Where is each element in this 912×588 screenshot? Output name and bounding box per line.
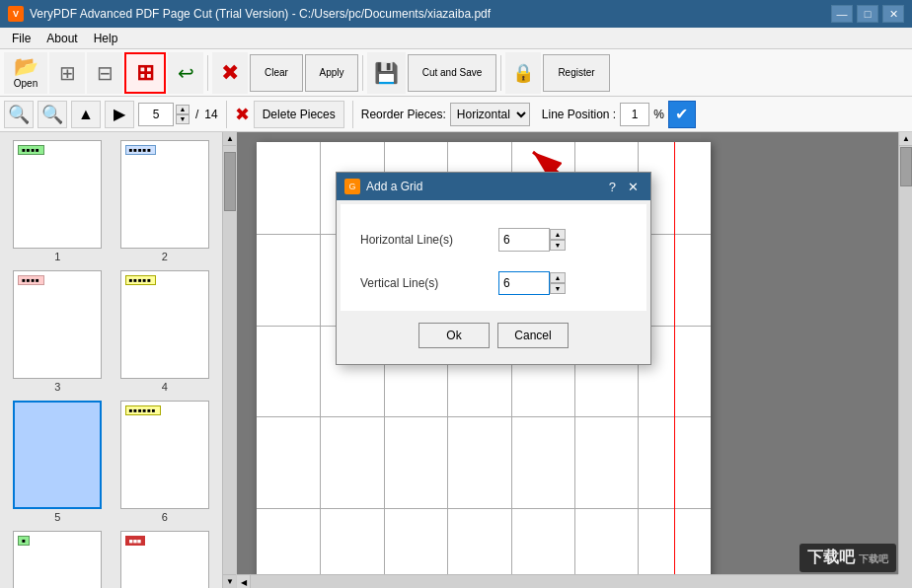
save-icon-btn[interactable]: 💾 <box>367 52 406 94</box>
thumbnail-3[interactable]: ■■■■ 3 <box>8 270 108 393</box>
vertical-spin-btns: ▲ ▼ <box>550 272 566 294</box>
thumbnail-5[interactable]: 5 <box>8 401 108 523</box>
delete-pieces-label: Delete Pieces <box>263 108 336 121</box>
thumb-page-8: ■■■ <box>120 531 209 588</box>
dialog-help-button[interactable]: ? <box>605 180 620 194</box>
vert-spin-up[interactable]: ▲ <box>550 272 566 283</box>
main-content: ■■■■ 1 ■■■■■ 2 ■■■■ 3 <box>0 132 912 588</box>
thumbnail-2[interactable]: ■■■■■ 2 <box>115 140 215 262</box>
zoom-in-button[interactable]: 🔍 <box>4 101 34 128</box>
canvas-hscroll-left[interactable]: ◀ <box>237 575 251 588</box>
thumb-num-5: 5 <box>54 511 60 523</box>
dialog-ok-button[interactable]: Ok <box>418 323 490 348</box>
zoom-out-button[interactable]: 🔍 <box>38 101 67 128</box>
zoom-out-icon: 🔍 <box>41 104 63 125</box>
window-title: VeryPDF Advanced PDF Page Cut (Trial Ver… <box>30 7 491 21</box>
horizontal-lines-input[interactable]: 6 <box>498 228 550 252</box>
maximize-button[interactable]: □ <box>857 5 878 23</box>
apply-label: Apply <box>319 67 343 78</box>
thumb-label-2: ■■■■■ <box>125 145 156 155</box>
thumbnail-6[interactable]: ■■■■■■ 6 <box>115 401 215 523</box>
apply-button[interactable]: Apply <box>305 54 358 92</box>
dialog-title-bar: G Add a Grid ? ✕ <box>337 173 650 200</box>
menu-about[interactable]: About <box>38 30 85 47</box>
main-toolbar: 📂 Open ⊞ ⊟ ⊞ ↩ ✖ Clear Apply 💾 Cut and S… <box>0 49 912 97</box>
thumb-num-2: 2 <box>162 251 168 262</box>
delete-pieces-button[interactable]: Delete Pieces <box>254 101 344 128</box>
thumb-page-1: ■■■■ <box>13 140 102 249</box>
reorder-select[interactable]: Horizontal Vertical <box>450 103 530 126</box>
clear-icon-btn[interactable]: ✖ <box>212 52 248 94</box>
page-num-up[interactable]: ▲ <box>176 105 190 114</box>
add-grid-icon: ⊞ <box>136 60 154 86</box>
clear-button[interactable]: Clear <box>250 54 303 92</box>
thumb-num-1: 1 <box>54 251 60 262</box>
sidebar-scroll-down[interactable]: ▼ <box>223 574 237 588</box>
checkmark-icon: ✔ <box>675 105 688 123</box>
register-button[interactable]: Register <box>543 54 610 92</box>
thumb-label-8: ■■■ <box>125 536 145 546</box>
page-number-input[interactable]: 5 <box>138 103 174 126</box>
thumbnail-sidebar: ■■■■ 1 ■■■■■ 2 ■■■■ 3 <box>0 132 237 588</box>
register-icon-btn[interactable]: 🔒 <box>505 52 541 94</box>
thumb-page-4: ■■■■■ <box>120 270 209 379</box>
page-total: 14 <box>204 108 217 121</box>
minimize-button[interactable]: — <box>831 5 853 23</box>
thumb-label-4: ■■■■■ <box>125 275 156 285</box>
thumbnail-8[interactable]: ■■■ 8 <box>115 531 215 588</box>
separator1 <box>207 55 208 91</box>
cut-and-save-button[interactable]: Cut and Save <box>408 54 496 92</box>
line-position-input[interactable] <box>620 103 649 126</box>
down-arrow-icon: ▶ <box>114 105 125 123</box>
undo-button[interactable]: ↩ <box>168 52 203 94</box>
title-bar: V VeryPDF Advanced PDF Page Cut (Trial V… <box>0 0 912 28</box>
navigate-up-button[interactable]: ▲ <box>71 101 101 128</box>
vert-spin-down[interactable]: ▼ <box>550 283 566 294</box>
page-num-down[interactable]: ▼ <box>176 114 190 124</box>
sidebar-scrollbar[interactable]: ▲ ▼ <box>222 132 236 588</box>
sidebar-scroll-up[interactable]: ▲ <box>223 132 237 146</box>
dialog-cancel-button[interactable]: Cancel <box>497 323 569 348</box>
tb2-sep1 <box>226 101 227 128</box>
thumbnail-4[interactable]: ■■■■■ 4 <box>115 270 215 393</box>
cut-and-save-label: Cut and Save <box>422 67 483 78</box>
open-icon: 📂 <box>14 56 38 76</box>
thumb-page-2: ■■■■■ <box>120 140 209 249</box>
canvas-vertical-scrollbar[interactable]: ▲ <box>898 132 912 574</box>
grid-icon-btn2[interactable]: ⊟ <box>87 52 122 94</box>
undo-icon: ↩ <box>178 63 194 83</box>
horiz-spin-down[interactable]: ▼ <box>550 240 566 251</box>
thumbnail-scroll-area[interactable]: ■■■■ 1 ■■■■■ 2 ■■■■ 3 <box>0 132 222 588</box>
menu-help[interactable]: Help <box>86 30 126 47</box>
sidebar-scroll-thumb[interactable] <box>224 152 236 211</box>
horizontal-spin-btns: ▲ ▼ <box>550 229 566 251</box>
canvas-vscroll-up[interactable]: ▲ <box>899 132 912 146</box>
reorder-label: Reorder Pieces: <box>361 108 446 121</box>
x-icon: ✖ <box>221 60 239 86</box>
navigate-down-button[interactable]: ▶ <box>105 101 134 128</box>
thumb-page-5 <box>13 401 102 509</box>
close-button[interactable]: ✕ <box>882 5 904 23</box>
add-grid-button[interactable]: ⊞ <box>124 52 166 94</box>
thumb-num-6: 6 <box>162 511 168 523</box>
canvas-vscroll-thumb[interactable] <box>900 147 912 186</box>
canvas-horizontal-scrollbar[interactable]: ◀ <box>237 574 898 588</box>
line-position-confirm-button[interactable]: ✔ <box>668 101 696 128</box>
secondary-toolbar: 🔍 🔍 ▲ ▶ 5 ▲ ▼ / 14 ✖ Delete Pieces Reord… <box>0 97 912 132</box>
register-label: Register <box>558 67 594 78</box>
page-number-box: 5 ▲ ▼ / 14 <box>138 103 218 126</box>
grid-icon-btn1[interactable]: ⊞ <box>49 52 85 94</box>
thumbnail-1[interactable]: ■■■■ 1 <box>8 140 108 262</box>
dialog-close-button[interactable]: ✕ <box>624 180 643 194</box>
vertical-lines-field: Vertical Line(s) 6 ▲ ▼ <box>360 271 627 295</box>
open-button[interactable]: 📂 Open <box>4 52 47 94</box>
vertical-lines-input[interactable]: 6 <box>498 271 550 295</box>
dialog-footer: Ok Cancel <box>337 315 650 364</box>
horiz-spin-up[interactable]: ▲ <box>550 229 566 240</box>
canvas-area: ↙ ↘ G Add a Grid ? <box>237 132 912 588</box>
clear-label: Clear <box>265 67 288 78</box>
menu-file[interactable]: File <box>4 30 38 47</box>
thumb-label-1: ■■■■ <box>18 145 44 155</box>
thumbnail-7[interactable]: ■ 7 <box>8 531 108 588</box>
thumb-page-7: ■ <box>13 531 102 588</box>
